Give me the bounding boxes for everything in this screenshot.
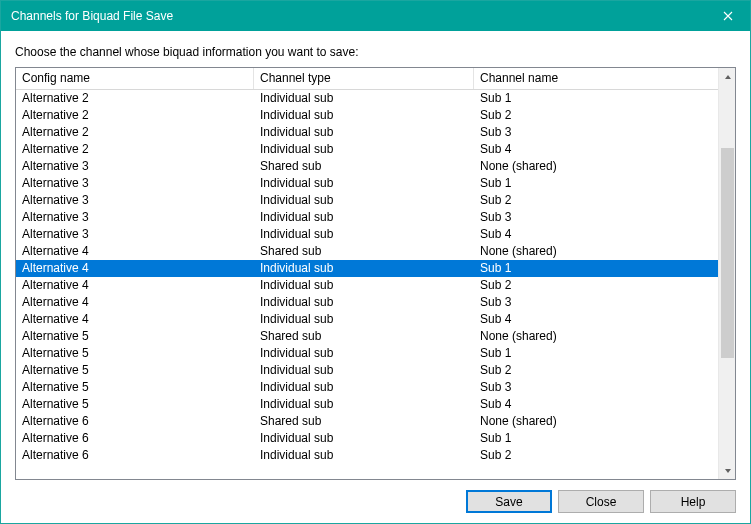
- cell-config: Alternative 5: [16, 328, 254, 345]
- cell-name: Sub 1: [474, 260, 718, 277]
- table-row[interactable]: Alternative 2Individual subSub 2: [16, 107, 718, 124]
- cell-name: Sub 3: [474, 294, 718, 311]
- cell-config: Alternative 3: [16, 209, 254, 226]
- table-header: Config name Channel type Channel name: [16, 68, 718, 90]
- table-row[interactable]: Alternative 3Individual subSub 1: [16, 175, 718, 192]
- cell-name: Sub 4: [474, 141, 718, 158]
- column-header-type[interactable]: Channel type: [254, 68, 474, 89]
- cell-config: Alternative 3: [16, 192, 254, 209]
- cell-name: Sub 2: [474, 362, 718, 379]
- cell-config: Alternative 3: [16, 226, 254, 243]
- instruction-text: Choose the channel whose biquad informat…: [15, 45, 736, 59]
- scroll-up-icon[interactable]: [719, 68, 736, 85]
- table-row[interactable]: Alternative 5Shared subNone (shared): [16, 328, 718, 345]
- help-button[interactable]: Help: [650, 490, 736, 513]
- cell-name: Sub 4: [474, 396, 718, 413]
- cell-type: Individual sub: [254, 345, 474, 362]
- table-rows: Alternative 2Individual subSub 1Alternat…: [16, 90, 718, 464]
- table-row[interactable]: Alternative 3Individual subSub 2: [16, 192, 718, 209]
- column-header-config[interactable]: Config name: [16, 68, 254, 89]
- cell-type: Individual sub: [254, 226, 474, 243]
- cell-name: Sub 1: [474, 430, 718, 447]
- cell-type: Shared sub: [254, 243, 474, 260]
- cell-type: Individual sub: [254, 430, 474, 447]
- cell-config: Alternative 4: [16, 277, 254, 294]
- cell-config: Alternative 4: [16, 243, 254, 260]
- cell-type: Individual sub: [254, 260, 474, 277]
- table-row[interactable]: Alternative 6Shared subNone (shared): [16, 413, 718, 430]
- cell-name: Sub 4: [474, 226, 718, 243]
- cell-config: Alternative 2: [16, 124, 254, 141]
- table-scroll: Config name Channel type Channel name Al…: [16, 68, 718, 479]
- cell-type: Shared sub: [254, 328, 474, 345]
- cell-type: Shared sub: [254, 413, 474, 430]
- cell-name: Sub 1: [474, 90, 718, 107]
- table-row[interactable]: Alternative 3Individual subSub 3: [16, 209, 718, 226]
- save-button[interactable]: Save: [466, 490, 552, 513]
- cell-name: Sub 4: [474, 311, 718, 328]
- table-row[interactable]: Alternative 5Individual subSub 2: [16, 362, 718, 379]
- table-row[interactable]: Alternative 4Individual subSub 4: [16, 311, 718, 328]
- cell-type: Individual sub: [254, 90, 474, 107]
- table-row[interactable]: Alternative 5Individual subSub 3: [16, 379, 718, 396]
- table-row[interactable]: Alternative 5Individual subSub 1: [16, 345, 718, 362]
- cell-config: Alternative 2: [16, 141, 254, 158]
- cell-type: Individual sub: [254, 209, 474, 226]
- close-icon[interactable]: [705, 1, 750, 31]
- table-row[interactable]: Alternative 2Individual subSub 3: [16, 124, 718, 141]
- dialog-body: Choose the channel whose biquad informat…: [1, 31, 750, 523]
- cell-config: Alternative 4: [16, 311, 254, 328]
- cell-config: Alternative 5: [16, 362, 254, 379]
- scroll-thumb[interactable]: [721, 148, 734, 358]
- table-row[interactable]: Alternative 3Shared subNone (shared): [16, 158, 718, 175]
- cell-name: Sub 1: [474, 175, 718, 192]
- cell-type: Individual sub: [254, 311, 474, 328]
- titlebar: Channels for Biquad File Save: [1, 1, 750, 31]
- cell-name: Sub 3: [474, 124, 718, 141]
- cell-type: Shared sub: [254, 158, 474, 175]
- cell-config: Alternative 2: [16, 107, 254, 124]
- close-button[interactable]: Close: [558, 490, 644, 513]
- cell-name: Sub 2: [474, 192, 718, 209]
- cell-config: Alternative 5: [16, 345, 254, 362]
- cell-type: Individual sub: [254, 124, 474, 141]
- table-row[interactable]: Alternative 2Individual subSub 4: [16, 141, 718, 158]
- cell-type: Individual sub: [254, 379, 474, 396]
- cell-type: Individual sub: [254, 294, 474, 311]
- column-header-name[interactable]: Channel name: [474, 68, 718, 89]
- cell-name: Sub 2: [474, 447, 718, 464]
- cell-config: Alternative 4: [16, 260, 254, 277]
- cell-type: Individual sub: [254, 141, 474, 158]
- cell-name: Sub 2: [474, 107, 718, 124]
- table-row[interactable]: Alternative 5Individual subSub 4: [16, 396, 718, 413]
- table-row[interactable]: Alternative 4Individual subSub 1: [16, 260, 718, 277]
- cell-name: None (shared): [474, 413, 718, 430]
- cell-config: Alternative 5: [16, 379, 254, 396]
- table-row[interactable]: Alternative 6Individual subSub 2: [16, 447, 718, 464]
- dialog-window: Channels for Biquad File Save Choose the…: [0, 0, 751, 524]
- cell-type: Individual sub: [254, 277, 474, 294]
- table-row[interactable]: Alternative 2Individual subSub 1: [16, 90, 718, 107]
- cell-config: Alternative 6: [16, 413, 254, 430]
- table-row[interactable]: Alternative 4Individual subSub 3: [16, 294, 718, 311]
- cell-name: None (shared): [474, 328, 718, 345]
- cell-name: Sub 3: [474, 379, 718, 396]
- cell-name: Sub 1: [474, 345, 718, 362]
- cell-name: None (shared): [474, 243, 718, 260]
- table-row[interactable]: Alternative 6Individual subSub 1: [16, 430, 718, 447]
- window-title: Channels for Biquad File Save: [11, 9, 705, 23]
- button-row: Save Close Help: [15, 490, 736, 513]
- table-row[interactable]: Alternative 4Individual subSub 2: [16, 277, 718, 294]
- cell-config: Alternative 2: [16, 90, 254, 107]
- scroll-down-icon[interactable]: [719, 462, 736, 479]
- cell-type: Individual sub: [254, 107, 474, 124]
- cell-config: Alternative 3: [16, 158, 254, 175]
- vertical-scrollbar[interactable]: [718, 68, 735, 479]
- cell-type: Individual sub: [254, 396, 474, 413]
- cell-type: Individual sub: [254, 362, 474, 379]
- cell-config: Alternative 4: [16, 294, 254, 311]
- cell-type: Individual sub: [254, 192, 474, 209]
- table-row[interactable]: Alternative 4Shared subNone (shared): [16, 243, 718, 260]
- cell-name: None (shared): [474, 158, 718, 175]
- table-row[interactable]: Alternative 3Individual subSub 4: [16, 226, 718, 243]
